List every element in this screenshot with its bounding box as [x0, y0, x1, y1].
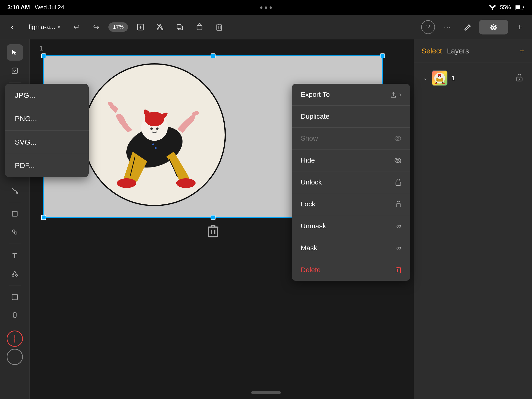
svg-line-31: [13, 271, 15, 274]
canvas-frame-label: 1: [39, 44, 43, 52]
svg-point-53: [442, 83, 445, 84]
copy-button[interactable]: [172, 20, 187, 34]
more-button[interactable]: ···: [439, 20, 456, 34]
select-tool[interactable]: [7, 44, 23, 61]
action-mask[interactable]: Mask ∞: [292, 237, 410, 259]
svg-point-6: [157, 28, 159, 30]
svg-rect-13: [197, 25, 202, 30]
svg-point-51: [440, 76, 441, 77]
color-red-swatch[interactable]: [7, 331, 23, 347]
color-gray-swatch[interactable]: [7, 349, 23, 365]
check-tool[interactable]: [7, 63, 23, 79]
action-unmask[interactable]: Unmask ∞: [292, 215, 410, 237]
action-export-to-label: Export To: [301, 91, 330, 99]
paste-button[interactable]: [192, 20, 207, 34]
scissors-tool[interactable]: [7, 266, 23, 282]
svg-rect-19: [12, 68, 17, 73]
panel-add-button[interactable]: +: [519, 46, 525, 56]
delete-float-button[interactable]: [202, 220, 224, 242]
scroll-indicator: [251, 391, 281, 394]
tool-separator-3: [9, 202, 21, 202]
text-tool[interactable]: T: [7, 247, 23, 264]
svg-line-10: [157, 24, 163, 30]
export-png-item[interactable]: PNG...: [5, 107, 89, 131]
status-icons: 55%: [489, 4, 525, 11]
unmask-icon: ∞: [396, 222, 401, 230]
undo-button[interactable]: ↩: [69, 20, 84, 34]
layers-button[interactable]: [479, 20, 508, 34]
handle-tr[interactable]: [380, 53, 385, 58]
action-delete-label: Delete: [301, 266, 321, 274]
action-hide-label: Hide: [301, 156, 315, 164]
zoom-badge[interactable]: 17%: [108, 22, 128, 32]
status-time: 3:10 AM: [7, 4, 30, 11]
action-delete[interactable]: Delete: [292, 259, 410, 281]
actions-context-menu: Export To › Duplicate Show Hide Unlock L…: [292, 84, 410, 281]
loop-tool[interactable]: [7, 224, 23, 240]
handle-tl[interactable]: [41, 53, 46, 58]
right-panel: Select Layers + ⌄ 1: [414, 39, 532, 399]
action-mask-label: Mask: [301, 244, 317, 252]
eraser-tool[interactable]: [7, 289, 23, 305]
svg-point-56: [397, 137, 399, 139]
file-title-button[interactable]: figma-a... ▾: [25, 21, 64, 33]
export-jpg-label: JPG...: [15, 91, 35, 99]
rect-tool[interactable]: [7, 206, 23, 222]
export-jpg-item[interactable]: JPG...: [5, 84, 89, 107]
export-context-menu: JPG... PNG... SVG... PDF...: [5, 84, 89, 177]
tool-separator-1: [9, 82, 21, 83]
svg-point-30: [16, 274, 17, 276]
svg-point-35: [117, 178, 136, 188]
action-unlock[interactable]: Unlock: [292, 171, 410, 193]
tool-separator-5: [9, 285, 21, 285]
delete-icon: [395, 266, 401, 273]
svg-point-40: [156, 128, 159, 130]
svg-point-50: [438, 76, 439, 77]
lock-icon: [396, 201, 401, 208]
tool-separator-6: [9, 327, 21, 327]
help-button[interactable]: ?: [421, 20, 435, 34]
layer-item[interactable]: ⌄ 1: [419, 68, 527, 88]
tab-select[interactable]: Select: [421, 44, 442, 58]
action-unlock-label: Unlock: [301, 178, 322, 186]
svg-point-39: [150, 128, 153, 130]
svg-point-29: [12, 274, 14, 276]
file-title-text: figma-a...: [29, 23, 55, 31]
action-duplicate[interactable]: Duplicate: [292, 106, 410, 128]
svg-rect-33: [12, 294, 17, 300]
svg-rect-61: [396, 204, 401, 207]
export-svg-item[interactable]: SVG...: [5, 131, 89, 154]
export-to-arrow: ›: [399, 91, 401, 99]
action-show[interactable]: Show: [292, 128, 410, 150]
cut-button[interactable]: [153, 20, 167, 34]
add-button[interactable]: +: [512, 20, 527, 34]
battery-text: 55%: [500, 4, 511, 11]
svg-point-42: [155, 147, 157, 149]
delete-toolbar-button[interactable]: [212, 20, 227, 34]
svg-line-17: [465, 29, 466, 30]
action-lock-label: Lock: [301, 200, 315, 208]
tab-layers[interactable]: Layers: [447, 44, 469, 58]
action-hide[interactable]: Hide: [292, 150, 410, 171]
svg-point-52: [435, 83, 437, 84]
handle-tc[interactable]: [211, 53, 216, 58]
layer-section: ⌄ 1: [414, 63, 532, 93]
title-chevron-icon: ▾: [58, 24, 60, 30]
svg-rect-12: [177, 24, 181, 28]
svg-rect-14: [217, 25, 222, 30]
paint-tool[interactable]: [7, 182, 23, 199]
handle-bc[interactable]: [211, 215, 216, 220]
back-button[interactable]: ‹: [5, 20, 20, 34]
action-export-to[interactable]: Export To ›: [292, 84, 410, 106]
layer-name: 1: [451, 74, 512, 82]
pencil-button[interactable]: [460, 20, 475, 34]
action-lock[interactable]: Lock: [292, 193, 410, 215]
svg-point-41: [152, 143, 154, 145]
export-pdf-item[interactable]: PDF...: [5, 154, 89, 177]
redo-button[interactable]: ↪: [89, 20, 103, 34]
handle-bl[interactable]: [41, 215, 46, 220]
action-show-label: Show: [301, 134, 318, 142]
fit-button[interactable]: [133, 20, 148, 34]
layer-chevron-icon: ⌄: [423, 75, 428, 82]
hand-tool[interactable]: [7, 307, 23, 323]
